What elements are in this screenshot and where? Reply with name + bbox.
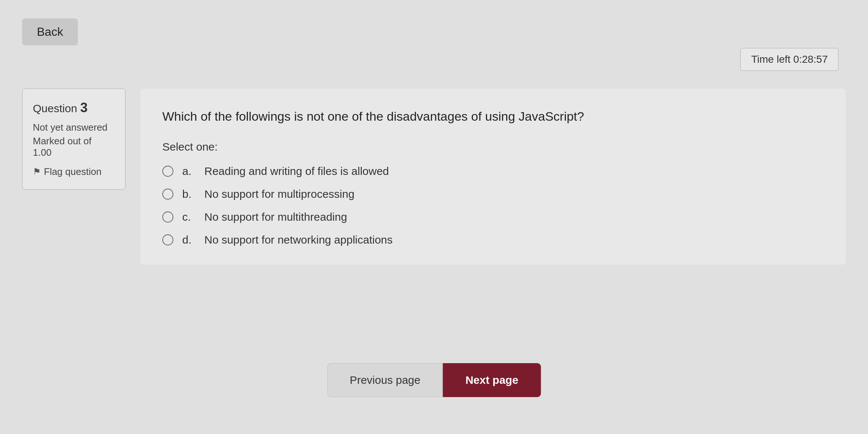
options-list: a. Reading and writing of files is allow…: [162, 165, 824, 246]
question-panel: Which of the followings is not one of th…: [140, 89, 846, 265]
back-button[interactable]: Back: [22, 18, 78, 45]
option-b-text: No support for multiprocessing: [204, 188, 355, 200]
previous-page-button[interactable]: Previous page: [327, 363, 443, 397]
flag-question-button[interactable]: ⚑ Flag question: [33, 166, 115, 178]
option-a-letter: a.: [182, 165, 196, 178]
radio-a[interactable]: [162, 166, 173, 177]
flag-icon: ⚑: [33, 166, 41, 177]
option-b[interactable]: b. No support for multiprocessing: [162, 188, 824, 200]
option-d-text: No support for networking applications: [204, 234, 392, 246]
main-content: Question 3 Not yet answered Marked out o…: [22, 89, 846, 265]
radio-c[interactable]: [162, 211, 173, 223]
option-d-letter: d.: [182, 234, 196, 246]
question-status: Not yet answered: [33, 121, 115, 134]
navigation-buttons: Previous page Next page: [327, 363, 541, 397]
option-a[interactable]: a. Reading and writing of files is allow…: [162, 165, 824, 178]
timer-display: Time left 0:28:57: [740, 48, 838, 71]
next-page-button[interactable]: Next page: [443, 363, 541, 397]
option-c-text: No support for multithreading: [204, 211, 347, 223]
option-a-text: Reading and writing of files is allowed: [204, 165, 389, 178]
option-c[interactable]: c. No support for multithreading: [162, 211, 824, 223]
radio-d[interactable]: [162, 234, 173, 245]
page-wrapper: Back Time left 0:28:57 Question 3 Not ye…: [0, 0, 868, 434]
question-text: Which of the followings is not one of th…: [162, 107, 824, 126]
question-number: Question 3: [33, 100, 115, 116]
question-info-panel: Question 3 Not yet answered Marked out o…: [22, 89, 125, 190]
option-d[interactable]: d. No support for networking application…: [162, 234, 824, 246]
select-one-label: Select one:: [162, 141, 824, 153]
option-c-letter: c.: [182, 211, 196, 223]
radio-b[interactable]: [162, 189, 173, 200]
marked-out: Marked out of 1.00: [33, 135, 115, 158]
option-b-letter: b.: [182, 188, 196, 200]
